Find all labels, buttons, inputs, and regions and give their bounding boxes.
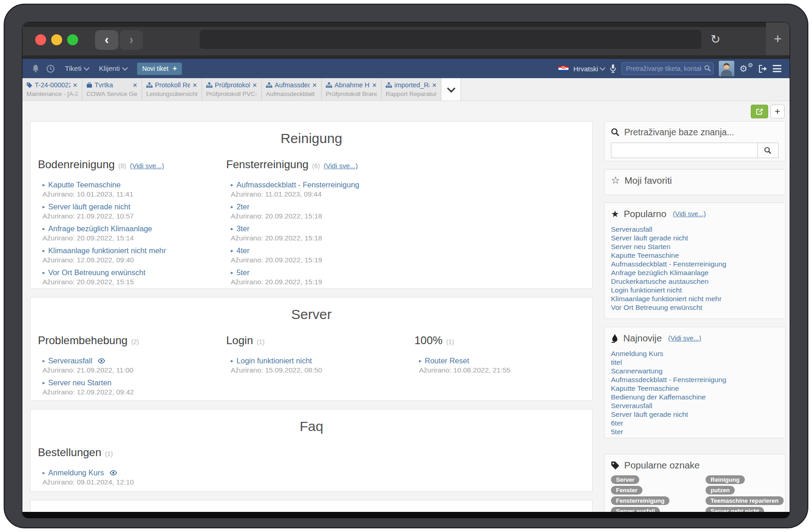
tab-process[interactable]: Aufmassdec... ✕ Aufmassdeckblatt (262, 78, 322, 101)
popular-item[interactable]: Login funktioniert nicht (611, 286, 779, 294)
category-name[interactable]: Problembehebung (38, 334, 127, 347)
kb-article-link[interactable]: Vor Ort Betreuung erwünscht (48, 268, 146, 277)
popular-item[interactable]: Klimaanlage funktioniert nicht mehr (611, 294, 779, 303)
kb-search-input[interactable] (611, 143, 758, 158)
maximize-window-button[interactable] (67, 34, 78, 45)
user-avatar[interactable] (719, 61, 734, 76)
category-name[interactable]: Fensterreinigung (226, 158, 308, 171)
close-icon[interactable]: ✕ (133, 82, 138, 89)
tab-process[interactable]: Prüfprotokol... ✕ Prüfprotokoll PVC-S... (202, 78, 262, 101)
eye-icon (109, 470, 117, 476)
close-icon[interactable]: ✕ (312, 82, 317, 89)
menu-customers[interactable]: Klijenti (99, 64, 127, 73)
close-icon[interactable]: ✕ (192, 82, 197, 89)
tag-pill[interactable]: Reinigung (706, 475, 745, 484)
open-external-button[interactable] (751, 105, 768, 118)
kb-article-link[interactable]: 4ter (237, 246, 249, 255)
tag-pill[interactable]: Teemaschine reparieren (706, 496, 784, 505)
latest-item[interactable]: Serverausfall (611, 401, 779, 410)
navbar-right-group: Hrvatski ⚙⚙ (558, 61, 782, 76)
tab-process[interactable]: imported_Ra... ✕ Rapport Reparatur (382, 78, 441, 101)
close-icon[interactable]: ✕ (372, 82, 377, 89)
kb-article-link[interactable]: Serverausfall (48, 356, 92, 365)
popular-item[interactable]: Kaputte Teemaschine (611, 251, 779, 260)
latest-item[interactable]: Kaputte Teemaschine (611, 384, 779, 393)
close-icon[interactable]: ✕ (432, 82, 437, 89)
search-icon[interactable] (704, 65, 711, 72)
minimize-window-button[interactable] (51, 34, 62, 45)
category-name[interactable]: Login (226, 334, 253, 347)
tag-pill[interactable]: Server ausfall (611, 507, 660, 512)
section-title[interactable]: Faq (38, 419, 585, 434)
view-all-link[interactable]: (Vidi sve...) (668, 335, 701, 342)
kb-category: Login (1) ▸Login funktioniert nicht Ažur… (226, 334, 414, 400)
section-title[interactable]: Server (38, 307, 585, 322)
popular-item[interactable]: Druckerkartusche austauschen (611, 277, 779, 286)
menu-tickets[interactable]: Tiketi (65, 64, 89, 73)
tab-process[interactable]: Abnahme H... ✕ Prüfprotokoll Brand... (322, 78, 382, 101)
category-name[interactable]: Bodenreinigung (38, 158, 115, 171)
popular-item[interactable]: Server neu Starten (611, 242, 779, 251)
tag-pill[interactable]: Fenster (611, 486, 642, 495)
browser-forward-button[interactable]: › (120, 30, 143, 50)
popular-item[interactable]: Aufmassdeckblatt - Fensterreinigung (611, 260, 779, 268)
language-selector[interactable]: Hrvatski (573, 65, 605, 73)
hamburger-menu-icon[interactable] (773, 65, 782, 72)
latest-item[interactable]: 6ter (611, 419, 779, 427)
browser-back-button[interactable]: ‹ (95, 30, 118, 50)
category-name[interactable]: Bestellungen (38, 446, 101, 459)
availability-clock-icon[interactable] (46, 64, 55, 73)
tab-ticket[interactable]: T-24-000022 ✕ Maintenance - [A-20... (22, 78, 82, 101)
tab-company[interactable]: Tvrtka ✕ COWA Service Gebä... (82, 78, 142, 101)
tag-pill[interactable]: Server (611, 475, 639, 484)
latest-item[interactable]: 5ter (611, 427, 779, 436)
latest-item[interactable]: titel (611, 358, 779, 367)
kb-article-link[interactable]: Login funktioniert nicht (237, 356, 312, 365)
section-title[interactable]: Reinigung (38, 131, 585, 146)
kb-article-link[interactable]: Anfrage bezüglich Klimaanlage (48, 224, 152, 233)
address-bar[interactable] (200, 30, 701, 49)
latest-item[interactable]: Anmeldung Kurs (611, 349, 779, 358)
close-window-button[interactable] (35, 34, 46, 45)
bell-icon[interactable] (32, 64, 40, 73)
tab-process[interactable]: Protokoll Rei... ✕ Leistungsübersicht ..… (142, 78, 202, 101)
view-all-link[interactable]: (Vidi sve...) (324, 162, 358, 170)
view-all-link[interactable]: (Vidi sve...) (130, 162, 164, 170)
close-icon[interactable]: ✕ (73, 82, 78, 89)
latest-item[interactable]: Scannerwartung (611, 367, 779, 375)
reload-icon[interactable]: ↻ (707, 31, 724, 48)
latest-item[interactable]: Bedienung der Kaffemaschine (611, 393, 779, 401)
kb-article-link[interactable]: Klimaanlage funktioniert nicht mehr (48, 246, 166, 255)
kb-article-link[interactable]: Aufmassdeckblatt - Fensterreinigung (237, 180, 360, 189)
latest-item[interactable]: Aufmassdeckblatt - Fensterreinigung (611, 375, 779, 384)
kb-search-button[interactable] (758, 143, 779, 158)
logout-icon[interactable] (758, 64, 768, 73)
latest-item[interactable]: Server läuft gerade nicht (611, 410, 779, 419)
popular-item[interactable]: Vor Ort Betreuung erwünscht (611, 303, 779, 312)
microphone-icon[interactable] (610, 64, 616, 73)
view-all-link[interactable]: (Vidi sve...) (673, 210, 706, 218)
kb-article-link[interactable]: Server neu Starten (48, 378, 112, 387)
gear-icon[interactable]: ⚙⚙ (739, 63, 753, 74)
new-tab-button[interactable]: + (766, 22, 790, 55)
close-icon[interactable]: ✕ (252, 82, 257, 89)
tag-pill[interactable]: putzen (706, 486, 735, 495)
new-ticket-button[interactable]: Novi tiket + (137, 63, 182, 75)
tab-overflow-button[interactable] (441, 78, 461, 101)
kb-article-link[interactable]: 3ter (237, 224, 249, 233)
popular-item[interactable]: Anfrage bezüglich Klimaanlage (611, 268, 779, 277)
popular-item[interactable]: Serverausfall (611, 225, 779, 234)
category-name[interactable]: 100% (414, 334, 442, 347)
tag-icon (611, 461, 620, 470)
kb-article-link[interactable]: 5ter (237, 268, 249, 277)
popular-item[interactable]: Server läuft gerade nicht (611, 234, 779, 242)
kb-article-link[interactable]: Kaputte Teemaschine (48, 180, 121, 189)
kb-article-link[interactable]: 2ter (237, 202, 249, 211)
ticket-search-input[interactable] (621, 62, 714, 75)
kb-article-link[interactable]: Server läuft gerade nicht (48, 202, 131, 211)
tag-pill[interactable]: Fensterreinigung (611, 496, 669, 505)
tag-pill[interactable]: Server geht nicht (706, 507, 764, 512)
add-button[interactable]: + (770, 105, 785, 118)
kb-article-link[interactable]: Anmeldung Kurs (48, 468, 104, 477)
kb-article-link[interactable]: Router Reset (425, 356, 469, 365)
